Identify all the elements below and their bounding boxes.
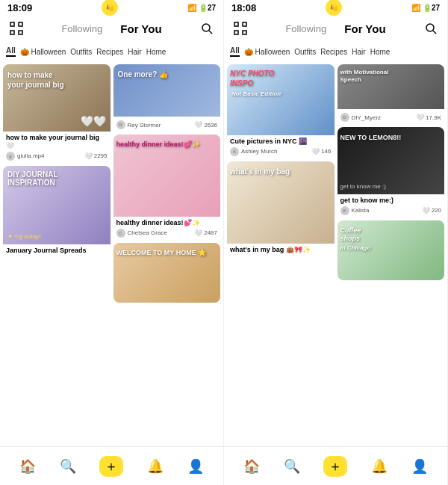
- card-motivational[interactable]: with MotivationalSpeech D DIY_Myerz 🤍 17…: [337, 64, 445, 124]
- cat-all-right[interactable]: All: [230, 46, 240, 57]
- card-coffee[interactable]: Coffeeshopsin Chicago: [337, 220, 445, 280]
- svg-rect-0: [10, 22, 14, 26]
- nav-home-left[interactable]: 🏠: [19, 458, 36, 475]
- cat-hair-right[interactable]: Hair: [352, 48, 365, 56]
- card-meta-newlemon: get to know me:) K Kalista 🤍 220: [337, 194, 445, 217]
- card-diy[interactable]: DIY JOURNALINSPIRATION ✦ Try today! Janu…: [3, 166, 111, 257]
- nav-search-bottom-left[interactable]: 🔍: [60, 458, 76, 475]
- card-meta-nyc: Cute pictures in NYC 🌆 A Ashley Murch 🤍 …: [227, 135, 335, 158]
- cat-recipes-left[interactable]: Recipes: [96, 48, 123, 56]
- feed-col-2-left: One more? 👍 R Rey Stormer 🤍 2636: [113, 64, 221, 443]
- search-icon-right[interactable]: [422, 19, 440, 37]
- card-title-bag: what's in my bag 👜🎀✨: [230, 246, 332, 254]
- svg-rect-8: [234, 31, 238, 34]
- cat-home-right[interactable]: Home: [370, 48, 391, 56]
- likes-count-newlemon: 220: [432, 207, 441, 214]
- card-author-journal: g giulia.mp4: [6, 152, 44, 161]
- card-meta-motivational: D DIY_Myerz 🤍 17.9K: [337, 109, 445, 124]
- card-meta-diy: January Journal Spreads: [3, 244, 111, 257]
- card-title-dinner: healthy dinner ideas!💕✨: [116, 219, 218, 227]
- card-newlemon[interactable]: NEW TO LEMON8!! get to know me :) get to…: [337, 127, 445, 217]
- card-author-row-dinner: C Chelsea Grace 🤍 2487: [116, 229, 218, 238]
- card-meta-bag: what's in my bag 👜🎀✨: [227, 244, 335, 256]
- cat-halloween-left[interactable]: 🎃 Halloween: [20, 48, 66, 56]
- nav-center-left: Following For You: [61, 22, 161, 35]
- nav-add-left[interactable]: ＋: [99, 456, 123, 477]
- battery-icon: 🔋27: [199, 4, 216, 12]
- card-author-newlemon: K Kalista: [340, 206, 370, 215]
- svg-line-11: [433, 31, 436, 34]
- nav-profile-left[interactable]: 👤: [187, 458, 204, 475]
- card-likes-journal: 🤍 2295: [84, 152, 108, 160]
- right-panel: 18:08 🍋 📶 🔋27 Following For You All 🎃 Ha…: [224, 0, 448, 485]
- card-likes-motivational: 🤍 17.9K: [416, 114, 441, 121]
- feed-col-1-left: how to makeyour journal big 🤍🤍 how to ma…: [3, 64, 111, 443]
- time-right: 18:08: [231, 2, 256, 13]
- avatar-ashley: A: [230, 147, 239, 156]
- status-icons-right: 📶 🔋27: [411, 4, 440, 12]
- lemon-logo-left: 🍋: [102, 0, 118, 16]
- card-meta-onemor: R Rey Stormer 🤍 2636: [113, 117, 221, 132]
- svg-rect-3: [19, 31, 22, 34]
- svg-point-4: [202, 24, 210, 31]
- foryou-tab-right[interactable]: For You: [344, 22, 385, 35]
- author-name-rey: Rey Stormer: [128, 122, 161, 129]
- face-scan-icon-left[interactable]: [7, 19, 25, 37]
- nav-center-right: Following For You: [285, 22, 385, 35]
- cat-hair-left[interactable]: Hair: [128, 48, 141, 56]
- following-tab-right[interactable]: Following: [285, 23, 341, 34]
- foryou-tab-left[interactable]: For You: [120, 22, 161, 35]
- nav-profile-right[interactable]: 👤: [411, 458, 428, 475]
- cat-all-left[interactable]: All: [6, 46, 16, 57]
- svg-point-10: [426, 24, 434, 31]
- heart-icon-newlemon: 🤍: [422, 207, 430, 214]
- card-home[interactable]: WELCOME TO MY HOME 🌟: [113, 243, 221, 303]
- avatar-rey: R: [116, 120, 125, 129]
- card-title-nyc: Cute pictures in NYC 🌆: [230, 138, 332, 146]
- status-icons-left: 📶 🔋27: [187, 4, 216, 12]
- heart-icon-onemor: 🤍: [194, 121, 202, 129]
- wifi-icon: 📶: [187, 4, 196, 12]
- status-bar-left: 18:09 🍋 📶 🔋27: [0, 0, 223, 15]
- wifi-icon-right: 📶: [411, 4, 420, 12]
- card-onemor[interactable]: One more? 👍 R Rey Stormer 🤍 2636: [113, 64, 221, 132]
- card-likes-onemor: 🤍 2636: [194, 121, 217, 129]
- cat-outfits-right[interactable]: Outfits: [294, 48, 316, 56]
- nav-add-right[interactable]: ＋: [323, 456, 347, 477]
- card-author-row-motivational: D DIY_Myerz 🤍 17.9K: [340, 113, 442, 122]
- card-journal[interactable]: how to makeyour journal big 🤍🤍 how to ma…: [3, 64, 111, 163]
- nav-bell-right[interactable]: 🔔: [371, 458, 388, 475]
- cat-outfits-left[interactable]: Outfits: [70, 48, 92, 56]
- card-title-journal: how to make your journal big 🤍: [6, 134, 108, 150]
- svg-rect-7: [243, 22, 246, 26]
- categories-left: All 🎃 Halloween Outfits Recipes Hair Hom…: [0, 42, 223, 61]
- card-bag[interactable]: what's in my bag what's in my bag 👜🎀✨: [227, 161, 335, 256]
- likes-count-onemor: 2636: [204, 122, 217, 129]
- likes-count-nyc: 146: [321, 148, 331, 155]
- nav-bell-left[interactable]: 🔔: [147, 458, 164, 475]
- svg-rect-2: [10, 31, 14, 34]
- card-nyc[interactable]: NYC PHOTOINSPO'Not Basic Edition' Cute p…: [227, 64, 335, 158]
- following-tab-left[interactable]: Following: [61, 23, 117, 34]
- avatar-chelsea: C: [116, 229, 125, 238]
- nav-bar-left: Following For You: [0, 15, 223, 42]
- likes-count-journal: 2295: [94, 152, 108, 159]
- cat-recipes-right[interactable]: Recipes: [320, 48, 347, 56]
- author-name-diy: DIY_Myerz: [352, 114, 382, 121]
- svg-rect-6: [234, 22, 238, 26]
- bottom-nav-left: 🏠 🔍 ＋ 🔔 👤: [0, 446, 223, 485]
- cat-home-left[interactable]: Home: [146, 48, 167, 56]
- nav-search-bottom-right[interactable]: 🔍: [284, 458, 300, 475]
- card-author-row-onemor: R Rey Stormer 🤍 2636: [116, 120, 218, 129]
- feed-col-1-right: NYC PHOTOINSPO'Not Basic Edition' Cute p…: [227, 64, 335, 443]
- search-icon-left[interactable]: [198, 19, 216, 37]
- card-meta-journal: how to make your journal big 🤍 g giulia.…: [3, 132, 111, 163]
- face-scan-icon-right[interactable]: [231, 19, 249, 37]
- avatar-giulia: g: [6, 152, 15, 161]
- heart-icon-journal: 🤍: [84, 152, 93, 160]
- cat-halloween-right[interactable]: 🎃 Halloween: [244, 48, 290, 56]
- author-name-chelsea: Chelsea Grace: [128, 229, 167, 236]
- nav-home-right[interactable]: 🏠: [243, 458, 260, 475]
- bottom-nav-right: 🏠 🔍 ＋ 🔔 👤: [224, 446, 447, 485]
- card-dinner[interactable]: healthy dinner ideas!💕✨ healthy dinner i…: [113, 135, 221, 240]
